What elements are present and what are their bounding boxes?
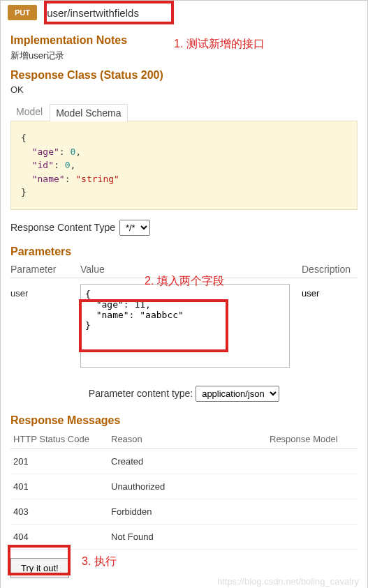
rm-header-code: HTTP Status Code <box>10 430 108 449</box>
rm-header-model: Response Model <box>267 430 358 449</box>
tab-model-schema[interactable]: Model Schema <box>50 104 127 121</box>
rm-code: 404 <box>10 524 108 549</box>
rm-reason: Created <box>108 448 267 474</box>
rm-header-reason: Reason <box>108 430 267 449</box>
param-value-textarea[interactable] <box>80 284 290 368</box>
response-message-row: 404Not Found <box>10 524 358 549</box>
param-header-parameter: Parameter <box>10 264 80 275</box>
response-class-heading: Response Class (Status 200) <box>10 69 358 82</box>
param-header-description: Description <box>302 264 358 275</box>
endpoint-path[interactable]: /user/insertwithfields <box>44 7 139 19</box>
response-content-type-select[interactable]: */* <box>119 220 150 236</box>
response-content-type-label: Response Content Type <box>10 222 115 233</box>
rm-code: 201 <box>10 448 108 474</box>
param-content-type-select[interactable]: application/json <box>196 386 279 402</box>
response-messages-heading: Response Messages <box>10 414 358 427</box>
response-message-row: 403Forbidden <box>10 499 358 524</box>
response-message-row: 401Unauthorized <box>10 474 358 499</box>
model-schema-box[interactable]: { "age": 0, "id": 0, "name": "string" } <box>10 121 358 210</box>
param-header-value: Value <box>80 264 302 275</box>
param-content-type-label: Parameter content type: <box>89 388 193 399</box>
impl-notes-heading: Implementation Notes <box>10 34 358 47</box>
response-message-row: 201Created <box>10 448 358 474</box>
parameters-heading: Parameters <box>10 246 358 258</box>
param-name: user <box>10 284 80 370</box>
tab-model[interactable]: Model <box>10 103 48 121</box>
try-it-out-button[interactable]: Try it out! <box>10 558 69 578</box>
impl-notes-text: 新增user记录 <box>10 50 358 62</box>
http-method-badge: PUT <box>8 5 37 20</box>
rm-reason: Forbidden <box>108 499 267 524</box>
rm-reason: Unauthorized <box>108 474 267 499</box>
response-class-text: OK <box>10 84 358 95</box>
param-description: user <box>302 284 358 370</box>
rm-code: 403 <box>10 499 108 524</box>
rm-reason: Not Found <box>108 524 267 549</box>
rm-code: 401 <box>10 474 108 499</box>
